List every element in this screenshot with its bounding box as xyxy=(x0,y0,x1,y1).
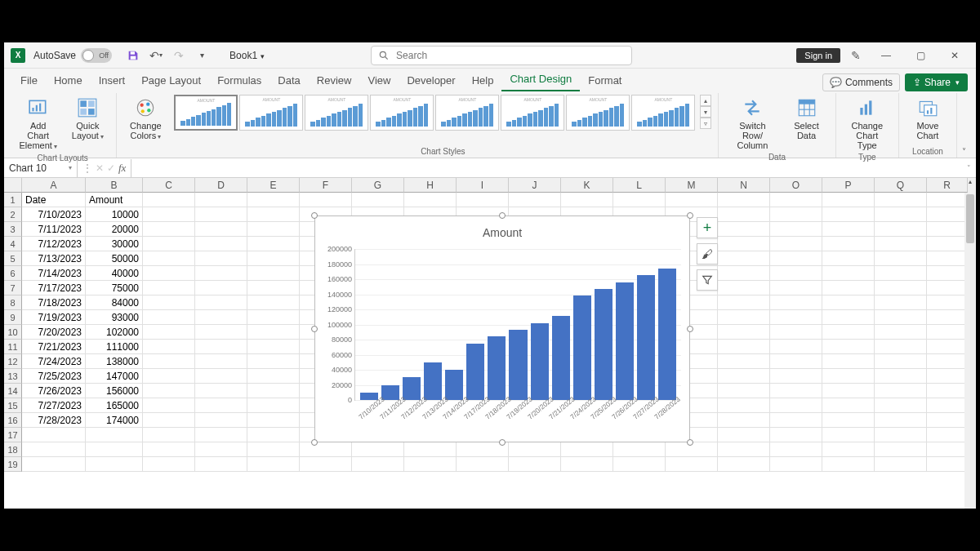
vertical-scrollbar[interactable]: ▴ xyxy=(964,193,976,509)
cell[interactable]: 7/21/2023 xyxy=(22,340,86,354)
cell[interactable] xyxy=(770,193,822,207)
share-button[interactable]: ⇪ Share ▾ xyxy=(905,73,968,91)
cell[interactable] xyxy=(875,442,927,457)
cell[interactable] xyxy=(300,457,352,472)
cell[interactable] xyxy=(86,442,143,457)
chart-filters-button[interactable] xyxy=(697,269,718,291)
signin-button[interactable]: Sign in xyxy=(796,48,840,63)
column-header[interactable]: M xyxy=(666,178,718,193)
cell[interactable] xyxy=(822,310,875,325)
cell[interactable] xyxy=(666,193,718,207)
cell[interactable] xyxy=(927,222,968,237)
cell[interactable]: 102000 xyxy=(86,325,143,340)
cell[interactable] xyxy=(770,354,822,369)
cell[interactable] xyxy=(718,442,770,457)
undo-icon[interactable]: ↶▾ xyxy=(146,46,166,65)
cell[interactable] xyxy=(457,457,509,472)
cell[interactable] xyxy=(927,457,968,472)
cell[interactable] xyxy=(143,251,195,266)
cell[interactable] xyxy=(927,428,968,442)
row-header[interactable]: 18 xyxy=(4,442,22,457)
minimize-button[interactable]: — xyxy=(871,43,901,68)
cell[interactable] xyxy=(875,457,927,472)
cell[interactable] xyxy=(822,237,875,251)
cell[interactable] xyxy=(143,266,195,281)
cell[interactable] xyxy=(718,281,770,295)
chart-bar[interactable] xyxy=(658,269,676,400)
cell[interactable]: 84000 xyxy=(86,295,143,310)
cell[interactable] xyxy=(822,428,875,442)
cell[interactable] xyxy=(22,457,86,472)
cell[interactable] xyxy=(718,266,770,281)
chart-style-thumb[interactable]: AMOUNT xyxy=(631,95,695,131)
cell[interactable] xyxy=(143,442,195,457)
cell[interactable] xyxy=(195,281,247,295)
cell[interactable] xyxy=(822,295,875,310)
cell[interactable] xyxy=(875,237,927,251)
row-header[interactable]: 8 xyxy=(4,295,22,310)
cell[interactable] xyxy=(561,193,613,207)
chart-bar[interactable] xyxy=(552,316,570,400)
cell[interactable] xyxy=(770,384,822,398)
cell[interactable] xyxy=(718,384,770,398)
cell[interactable] xyxy=(247,413,300,428)
cell[interactable] xyxy=(875,222,927,237)
cell[interactable]: 147000 xyxy=(86,369,143,384)
cell[interactable] xyxy=(718,222,770,237)
cell[interactable] xyxy=(561,457,613,472)
cell[interactable]: 20000 xyxy=(86,222,143,237)
cell[interactable] xyxy=(770,369,822,384)
cell[interactable]: 7/27/2023 xyxy=(22,398,86,413)
cell[interactable]: 50000 xyxy=(86,251,143,266)
cell[interactable] xyxy=(718,398,770,413)
cell[interactable]: 10000 xyxy=(86,207,143,222)
tab-page-layout[interactable]: Page Layout xyxy=(133,69,209,91)
cell[interactable] xyxy=(404,193,457,207)
row-header[interactable]: 9 xyxy=(4,310,22,325)
quick-layout-button[interactable]: Quick Layout▾ xyxy=(65,95,109,143)
cell[interactable] xyxy=(718,295,770,310)
chart-style-thumb[interactable]: AMOUNT xyxy=(501,95,564,131)
tab-chart-design[interactable]: Chart Design xyxy=(501,68,580,91)
cell[interactable] xyxy=(247,384,300,398)
cell[interactable] xyxy=(770,207,822,222)
cell[interactable] xyxy=(247,398,300,413)
cell[interactable] xyxy=(195,428,247,442)
cell[interactable] xyxy=(247,281,300,295)
gallery-scroll[interactable]: ▴ ▾ ▿ xyxy=(700,95,711,129)
cell[interactable] xyxy=(195,193,247,207)
tab-data[interactable]: Data xyxy=(270,69,308,91)
cell[interactable] xyxy=(770,310,822,325)
cell[interactable] xyxy=(195,340,247,354)
chart-title[interactable]: Amount xyxy=(315,216,689,242)
row-header[interactable]: 4 xyxy=(4,237,22,251)
search-box[interactable]: Search xyxy=(371,46,632,65)
column-header[interactable]: O xyxy=(770,178,822,193)
cell[interactable] xyxy=(143,207,195,222)
cell[interactable] xyxy=(195,457,247,472)
cell[interactable] xyxy=(822,413,875,428)
cell[interactable] xyxy=(247,237,300,251)
cell[interactable] xyxy=(143,281,195,295)
cell[interactable]: 7/12/2023 xyxy=(22,237,86,251)
cell[interactable] xyxy=(927,340,968,354)
cell[interactable] xyxy=(875,428,927,442)
cell[interactable] xyxy=(143,384,195,398)
column-header[interactable]: G xyxy=(352,178,404,193)
cell[interactable] xyxy=(247,266,300,281)
cell[interactable] xyxy=(195,266,247,281)
cell[interactable] xyxy=(718,413,770,428)
cell[interactable]: 7/24/2023 xyxy=(22,354,86,369)
cell[interactable] xyxy=(666,457,718,472)
cell[interactable] xyxy=(300,193,352,207)
select-data-button[interactable]: Select Data xyxy=(785,95,829,142)
column-header[interactable]: Q xyxy=(875,178,927,193)
cell[interactable] xyxy=(247,193,300,207)
row-header[interactable]: 19 xyxy=(4,457,22,472)
chart-style-thumb[interactable]: AMOUNT xyxy=(370,95,434,131)
cell[interactable] xyxy=(195,222,247,237)
cell[interactable]: 156000 xyxy=(86,384,143,398)
cell[interactable]: 7/28/2023 xyxy=(22,413,86,428)
cell[interactable] xyxy=(875,340,927,354)
chart-bar[interactable] xyxy=(381,385,399,401)
